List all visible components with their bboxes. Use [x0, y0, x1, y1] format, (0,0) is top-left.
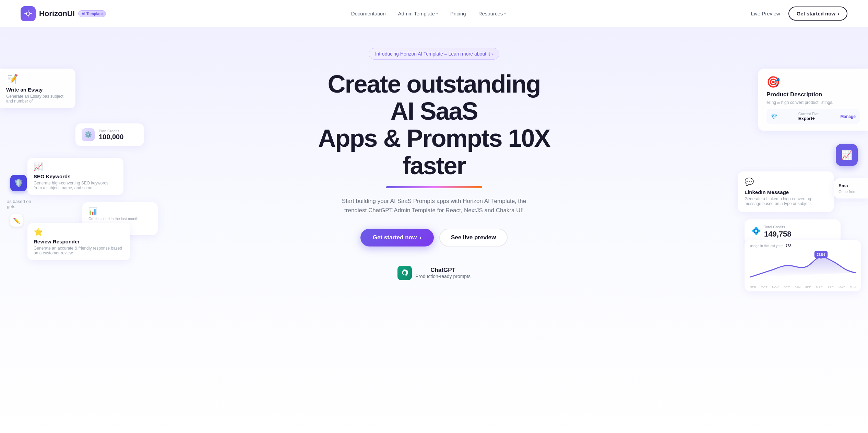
get-started-hero-button[interactable]: Get started now › [360, 229, 434, 246]
pencil-icon: ✏️ [13, 217, 20, 224]
shield-icon: 🛡️ [14, 179, 23, 188]
hero-buttons: Get started now › See live preview [314, 229, 554, 246]
trending-up-icon: 📈 [841, 150, 852, 160]
card-total-credits: 💠 Total Credits 149,758 [745, 219, 841, 244]
see-live-preview-button[interactable]: See live preview [439, 229, 508, 246]
email-desc: Gene from [839, 190, 863, 194]
get-started-nav-button[interactable]: Get started now › [788, 7, 847, 21]
essay-icon: 📝 [6, 73, 69, 85]
hero-center: Introducing Horizon AI Template – Learn … [314, 48, 554, 280]
line-chart: 13,956 [750, 249, 856, 284]
bar-chart-icon: 📊 [88, 207, 152, 215]
card-trending: 📈 [836, 144, 858, 166]
card-product-desc: 🎯 Product Description elling & high conv… [758, 69, 868, 131]
essay-desc: Generate an Essay bas subject and number… [6, 94, 69, 104]
card-plan-credits: ⚙️ Plan Credits 100,000 [75, 123, 144, 146]
intro-pill[interactable]: Introducing Horizon AI Template – Learn … [369, 48, 500, 60]
hero-subtitle: Start building your AI SaaS Prompts apps… [338, 196, 530, 215]
card-email-partial: Ema Gene from [834, 178, 868, 199]
plan-credits-value: 100,000 [99, 133, 123, 141]
as-based-text: as based on gets. [7, 199, 31, 209]
nav-resources[interactable]: Resources ▾ [478, 11, 506, 16]
product-plan-row: 💎 Current Plan Expert+ Manage [766, 109, 860, 124]
svg-rect-2 [815, 251, 828, 258]
product-desc-title: Product Description [766, 91, 860, 98]
card-credits-month: 📊 Credits used in the last month 46,042 [82, 202, 158, 235]
chart-sublabel: usage in the last year 758 [750, 244, 856, 248]
card-review: ⭐ Review Responder Generate an accurate … [27, 223, 130, 260]
arrow-right-icon: › [419, 234, 421, 241]
resources-chevron: ▾ [504, 12, 506, 15]
hero-underline [386, 186, 482, 188]
card-seo: 📈 SEO Keywords Generate high-converting … [27, 158, 123, 195]
chatgpt-sublabel: Production-ready prompts [415, 274, 471, 279]
ai-badge: AI Template [78, 10, 106, 17]
seo-icon: 📈 [34, 163, 117, 171]
review-title: Review Responder [34, 239, 124, 244]
navbar-nav: Documentation Admin Template ▾ Pricing R… [351, 11, 506, 16]
navbar-right: Live Preview Get started now › [751, 7, 847, 21]
essay-title: Write an Essay [6, 87, 69, 93]
total-credits-info: Total Credits 149,758 [764, 225, 792, 239]
chatgpt-text: ChatGPT Production-ready prompts [415, 267, 471, 279]
plan-credits-label: Plan Credits [99, 129, 123, 133]
live-preview-link[interactable]: Live Preview [751, 11, 780, 16]
logo-text: HorizonUI [39, 9, 75, 18]
total-credits-icon: 💠 [751, 227, 761, 236]
chat-icon: 💬 [745, 178, 827, 187]
hero-social-proof: ChatGPT Production-ready prompts [314, 266, 554, 280]
navbar: HorizonUI AI Template Documentation Admi… [0, 0, 868, 27]
nav-documentation[interactable]: Documentation [351, 11, 386, 16]
hero-title: Create outstanding AI SaaS Apps & Prompt… [314, 71, 554, 179]
plan-value: Expert+ [798, 116, 820, 121]
email-title: Ema [839, 183, 863, 188]
svg-point-0 [26, 12, 30, 15]
get-started-arrow-icon: › [837, 11, 839, 16]
star-icon: ⭐ [34, 228, 124, 237]
plan-credits-info: Plan Credits 100,000 [99, 129, 123, 141]
review-desc: Generate an accurate & friendly response… [34, 246, 124, 255]
chatgpt-badge: ChatGPT Production-ready prompts [397, 266, 471, 280]
chatgpt-icon [397, 266, 412, 280]
nav-pricing[interactable]: Pricing [450, 11, 466, 16]
pencil-card: ✏️ [10, 214, 23, 227]
credits-month-value: 46,042 [88, 221, 152, 230]
seo-title: SEO Keywords [34, 173, 117, 179]
linkedin-desc: Generate a LinkedIn high-converting mess… [745, 196, 827, 206]
plan-info: Current Plan Expert+ [798, 112, 820, 121]
card-linkedin: 💬 LinkedIn Message Generate a LinkedIn h… [738, 171, 834, 212]
navbar-left: HorizonUI AI Template [21, 6, 106, 21]
shield-badge: 🛡️ [10, 175, 27, 191]
hero-section: 📝 Write an Essay Generate an Essay bas s… [0, 27, 868, 433]
target-icon: 🎯 [766, 75, 860, 88]
plan-label: Current Plan [798, 112, 820, 116]
svg-text:13,956: 13,956 [817, 253, 825, 256]
svg-point-1 [820, 255, 822, 259]
seo-desc: Generate high-converting SEO keywords fr… [34, 181, 117, 190]
gear-icon: ⚙️ [84, 131, 92, 139]
plan-credits-icon-box: ⚙️ [82, 128, 95, 141]
logo-icon [21, 6, 36, 21]
manage-button[interactable]: Manage [840, 114, 856, 119]
card-essay: 📝 Write an Essay Generate an Essay bas s… [0, 69, 75, 108]
total-credits-label: Total Credits [764, 225, 792, 229]
plan-icon: 💎 [771, 113, 777, 120]
card-chart: usage in the last year 758 13,956 SEP [745, 240, 861, 291]
nav-admin-template[interactable]: Admin Template ▾ [398, 11, 438, 16]
linkedin-title: LinkedIn Message [745, 189, 827, 195]
chatgpt-label: ChatGPT [415, 267, 471, 274]
product-desc-text: elling & high convert product listings. [766, 100, 860, 105]
admin-template-chevron: ▾ [436, 12, 438, 15]
chart-x-labels: SEPOCTNOVDECJANFEBMARAPRMAYJUN [750, 286, 856, 289]
total-credits-value: 149,758 [764, 230, 792, 239]
credits-month-label: Credits used in the last month [88, 217, 152, 221]
